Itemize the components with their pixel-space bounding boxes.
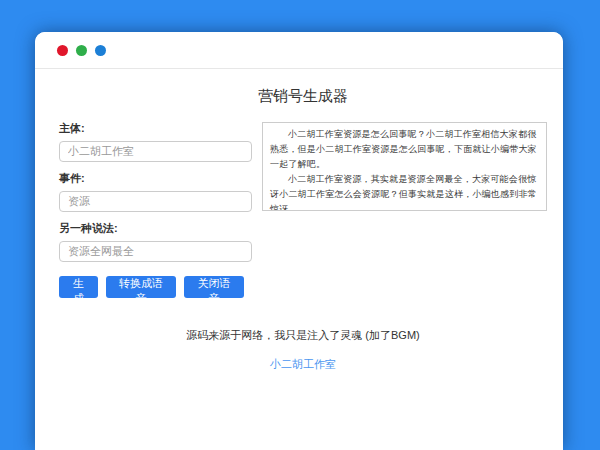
alt-phrase-input[interactable] [59,241,252,262]
page-title: 营销号生成器 [59,87,547,106]
close-window-dot-icon[interactable] [57,45,68,56]
generate-button[interactable]: 生成 [59,276,98,298]
footer-link-wrap: 小二胡工作室 [59,354,547,372]
subject-input[interactable] [59,141,252,162]
output-paragraph: 小二胡工作室资源是怎么回事呢？小二胡工作室相信大家都很熟悉，但是小二胡工作室资源… [270,127,539,172]
generated-text-output[interactable]: 小二胡工作室资源是怎么回事呢？小二胡工作室相信大家都很熟悉，但是小二胡工作室资源… [262,122,547,211]
event-input[interactable] [59,191,252,212]
page-content: 营销号生成器 主体: 事件: 另一种说法: 生成 转换成语音 关闭语音 小二胡工… [35,69,563,372]
subject-field-label: 主体: [59,121,252,136]
minimize-window-dot-icon[interactable] [76,45,87,56]
convert-speech-button[interactable]: 转换成语音 [106,276,176,298]
source-note: 源码来源于网络，我只是注入了灵魂 (加了BGM) [59,328,547,343]
studio-link[interactable]: 小二胡工作室 [270,358,336,370]
maximize-window-dot-icon[interactable] [95,45,106,56]
generator-form: 主体: 事件: 另一种说法: 生成 转换成语音 关闭语音 [59,112,252,298]
main-row: 主体: 事件: 另一种说法: 生成 转换成语音 关闭语音 小二胡工作室资源是怎么… [59,112,547,298]
app-window: 营销号生成器 主体: 事件: 另一种说法: 生成 转换成语音 关闭语音 小二胡工… [35,32,563,450]
output-paragraph: 小二胡工作室资源，其实就是资源全网最全，大家可能会很惊讶小二胡工作室怎么会资源呢… [270,172,539,211]
alt-phrase-field-label: 另一种说法: [59,221,252,236]
close-speech-button[interactable]: 关闭语音 [184,276,244,298]
event-field-label: 事件: [59,171,252,186]
button-row: 生成 转换成语音 关闭语音 [59,276,252,298]
window-titlebar [35,32,563,69]
